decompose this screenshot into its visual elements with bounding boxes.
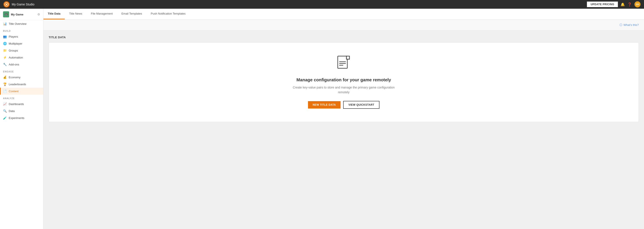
economy-icon: 💰 [3, 76, 6, 79]
new-title-data-button[interactable]: NEW TITLE DATA [308, 101, 341, 109]
studio-name: My Game Studio [12, 3, 34, 6]
sidebar-label-title-overview: Title Overview [9, 22, 26, 26]
sidebar-label-economy: Economy [9, 76, 20, 79]
sidebar-section-engage: ENGAGE [0, 68, 43, 74]
sidebar: 🎮 My Game ⚙ 📊 Title Overview BUILD 👥 Pla… [0, 9, 44, 229]
svg-rect-3 [338, 56, 347, 68]
sidebar-item-content[interactable]: 📄 Content [0, 88, 43, 95]
settings-icon[interactable]: ⚙ [37, 13, 40, 16]
sidebar-item-multiplayer[interactable]: 🌐 Multiplayer [0, 40, 43, 47]
empty-state-headline: Manage configuration for your game remot… [296, 77, 391, 82]
multiplayer-icon: 🌐 [3, 42, 6, 45]
sidebar-label-experiments: Experiments [9, 116, 24, 120]
update-pricing-button[interactable]: UPDATE PRICING [587, 2, 618, 7]
sidebar-item-experiments[interactable]: 🧪 Experiments [0, 114, 43, 121]
game-icon: 🎮 [3, 11, 9, 18]
sidebar-item-economy[interactable]: 💰 Economy [0, 74, 43, 81]
sidebar-item-add-ons[interactable]: 🔧 Add-ons [0, 61, 43, 68]
sidebar-label-dashboards: Dashboards [9, 102, 24, 106]
section-title: TITLE DATA [49, 36, 639, 39]
svg-rect-4 [346, 56, 350, 59]
sidebar-label-leaderboards: Leaderboards [9, 83, 26, 86]
sidebar-label-players: Players [9, 35, 18, 38]
empty-state-card: Manage configuration for your game remot… [49, 42, 639, 122]
sidebar-label-addons: Add-ons [9, 63, 19, 66]
sidebar-section-analyze: ANALYZE [0, 95, 43, 100]
sidebar-game-info: 🎮 My Game [3, 11, 24, 18]
content-area: Title Data Title News File Management Em… [44, 9, 644, 229]
top-nav-left: My Game Studio [4, 1, 34, 8]
page-content: ⓘ What's this? TITLE DATA [44, 20, 644, 229]
help-icon[interactable]: ❓ [628, 3, 632, 7]
sidebar-item-title-overview[interactable]: 📊 Title Overview [0, 20, 43, 27]
sidebar-item-players[interactable]: 👥 Players [0, 33, 43, 40]
main-layout: 🎮 My Game ⚙ 📊 Title Overview BUILD 👥 Pla… [0, 9, 644, 229]
sidebar-item-leaderboards[interactable]: 🏆 Leaderboards [0, 81, 43, 88]
sidebar-label-automation: Automation [9, 56, 23, 59]
tabs-bar: Title Data Title News File Management Em… [44, 9, 644, 20]
sidebar-section-build: BUILD [0, 27, 43, 33]
experiments-icon: 🧪 [3, 116, 6, 120]
sidebar-item-automation[interactable]: ⚡ Automation [0, 54, 43, 61]
tab-file-management[interactable]: File Management [86, 9, 117, 19]
empty-state-description: Create key-value pairs to store and mana… [292, 85, 396, 95]
tab-title-news[interactable]: Title News [65, 9, 86, 19]
sidebar-label-data: Data [9, 109, 14, 113]
automation-icon: ⚡ [3, 56, 6, 59]
chart-icon: 📊 [3, 22, 6, 26]
notifications-icon[interactable]: 🔔 [620, 3, 625, 7]
whats-this-button[interactable]: ⓘ What's this? [620, 23, 639, 27]
game-name: My Game [11, 13, 24, 16]
dashboards-icon: 📈 [3, 102, 6, 106]
view-quickstart-button[interactable]: VIEW QUICKSTART [343, 101, 380, 109]
app-logo [4, 1, 10, 8]
document-icon [337, 56, 351, 72]
whats-this-bar: ⓘ What's this? [44, 20, 644, 31]
empty-state-actions: NEW TITLE DATA VIEW QUICKSTART [308, 101, 380, 109]
tab-email-templates[interactable]: Email Templates [117, 9, 146, 19]
tab-push-notification-templates[interactable]: Push Notification Templates [146, 9, 190, 19]
leaderboards-icon: 🏆 [3, 82, 6, 86]
sidebar-label-content: Content [9, 90, 19, 93]
sidebar-item-groups[interactable]: 📁 Groups [0, 47, 43, 54]
players-icon: 👥 [3, 35, 6, 38]
sidebar-item-dashboards[interactable]: 📈 Dashboards [0, 100, 43, 107]
info-icon: ⓘ [620, 23, 622, 27]
sidebar-label-groups: Groups [9, 49, 18, 52]
tab-title-data[interactable]: Title Data [44, 9, 65, 19]
sidebar-item-data[interactable]: 🔍 Data [0, 107, 43, 114]
data-icon: 🔍 [3, 109, 6, 113]
top-nav: My Game Studio UPDATE PRICING 🔔 ❓ SH [0, 0, 644, 9]
groups-icon: 📁 [3, 49, 6, 52]
section-content: TITLE DATA Manage configuration f [44, 31, 644, 127]
content-icon: 📄 [3, 89, 6, 93]
sidebar-game-header: 🎮 My Game ⚙ [0, 9, 43, 20]
svg-point-2 [6, 4, 7, 5]
top-nav-right: UPDATE PRICING 🔔 ❓ SH [587, 1, 640, 8]
user-avatar[interactable]: SH [634, 1, 640, 8]
addons-icon: 🔧 [3, 63, 6, 66]
sidebar-label-multiplayer: Multiplayer [9, 42, 22, 45]
